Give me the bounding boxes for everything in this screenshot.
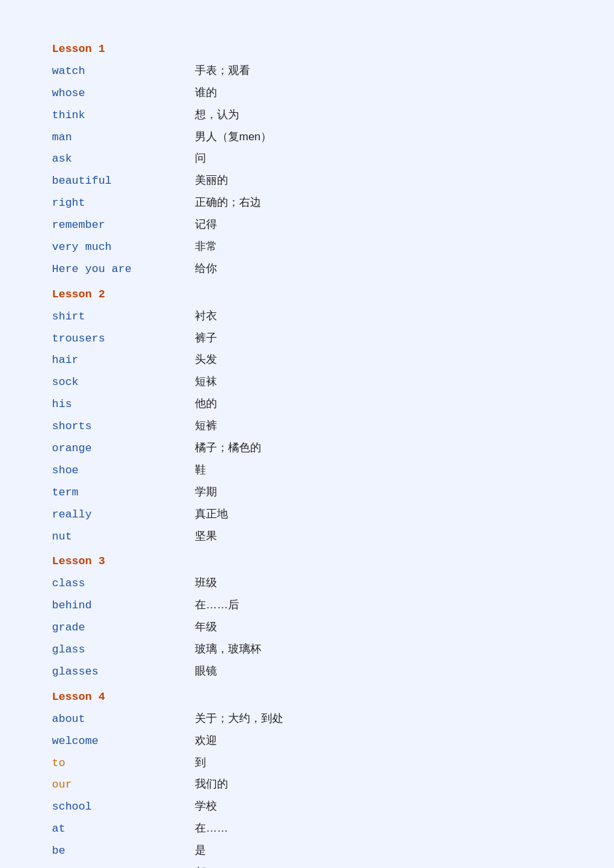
lesson-header-row: Lesson 4 — [52, 687, 562, 708]
english-word: think — [52, 106, 195, 125]
vocab-row: class班级 — [52, 573, 562, 595]
chinese-translation: 非常 — [195, 238, 217, 256]
vocab-row: watch手表；观看 — [52, 60, 562, 82]
chinese-translation: 谁的 — [195, 84, 217, 103]
chinese-translation: 给你 — [195, 260, 217, 279]
chinese-translation: 问 — [195, 149, 206, 168]
chinese-translation: 衬衣 — [195, 307, 217, 326]
english-word: be — [52, 842, 195, 861]
chinese-translation: 记得 — [195, 216, 217, 234]
chinese-translation: 我们的 — [195, 775, 228, 794]
english-word: glass — [52, 641, 195, 660]
chinese-translation: 到 — [195, 754, 206, 773]
vocab-row: sock短袜 — [52, 371, 562, 393]
vocab-row: man男人（复men） — [52, 127, 562, 149]
chinese-translation: 想，认为 — [195, 106, 239, 125]
vocab-row: our我们的 — [52, 774, 562, 796]
vocab-row: welcome欢迎 — [52, 730, 562, 752]
chinese-translation: 关于；大约，到处 — [195, 710, 283, 728]
english-word: about — [52, 710, 195, 729]
english-word: trousers — [52, 330, 195, 349]
english-word: grade — [52, 619, 195, 638]
vocab-row: trousers裤子 — [52, 328, 562, 350]
chinese-translation: 男人（复men） — [195, 128, 272, 147]
chinese-translation: 正确的；右边 — [195, 193, 261, 212]
vocab-row: really真正地 — [52, 504, 562, 526]
chinese-translation: 欢迎 — [195, 732, 217, 750]
english-word: term — [52, 484, 195, 502]
chinese-translation: 班级 — [195, 574, 217, 593]
chinese-translation: 玻璃，玻璃杯 — [195, 640, 261, 659]
english-word: Lesson 2 — [52, 286, 195, 304]
english-word: beautiful — [52, 172, 195, 191]
chinese-translation: 鞋 — [195, 461, 206, 480]
vocab-row: right正确的；右边 — [52, 192, 562, 214]
chinese-translation: 裤子 — [195, 329, 217, 348]
english-word: really — [52, 506, 195, 525]
english-word: whose — [52, 84, 195, 103]
chinese-translation: 手表；观看 — [195, 62, 250, 81]
vocab-row: shirt衬衣 — [52, 306, 562, 328]
english-word: man — [52, 129, 195, 147]
vocab-row: glasses眼镜 — [52, 661, 562, 683]
vocab-row: Here you are给你 — [52, 258, 562, 280]
english-word: watch — [52, 62, 195, 81]
vocab-row: school学校 — [52, 796, 562, 818]
english-word: behind — [52, 597, 195, 615]
english-word: to — [52, 754, 195, 773]
chinese-translation: 在…… — [195, 819, 228, 838]
chinese-translation: 真正地 — [195, 505, 228, 524]
english-word: school — [52, 798, 195, 817]
vocab-table: Lesson 1watch手表；观看whose谁的think想，认为man男人（… — [52, 39, 562, 868]
vocab-row: very much非常 — [52, 236, 562, 258]
chinese-translation: 年级 — [195, 618, 217, 637]
vocab-row: grade年级 — [52, 617, 562, 639]
english-word: our — [52, 776, 195, 795]
english-word: remember — [52, 216, 195, 235]
english-word: his — [52, 395, 195, 414]
english-word: Here you are — [52, 260, 195, 279]
vocab-row: to到 — [52, 752, 562, 775]
chinese-translation: 短袜 — [195, 373, 217, 391]
vocab-row: remember记得 — [52, 214, 562, 236]
chinese-translation: 眼镜 — [195, 662, 217, 681]
english-word: welcome — [52, 732, 195, 751]
vocab-row: term学期 — [52, 482, 562, 504]
english-word: hair — [52, 351, 195, 370]
chinese-translation: 坚果 — [195, 527, 217, 546]
chinese-translation: 头发 — [195, 351, 217, 369]
lesson-header-row: Lesson 1 — [52, 39, 562, 60]
lesson-header-row: Lesson 3 — [52, 551, 562, 573]
vocab-row: his他的 — [52, 393, 562, 415]
english-word: right — [52, 194, 195, 213]
english-word: shirt — [52, 308, 195, 327]
chinese-translation: 美丽的 — [195, 171, 228, 190]
english-word: all — [52, 864, 195, 868]
chinese-translation: 学期 — [195, 483, 217, 502]
vocab-row: behind在……后 — [52, 595, 562, 617]
english-word: at — [52, 820, 195, 839]
english-word: shorts — [52, 417, 195, 436]
english-word: orange — [52, 440, 195, 458]
english-word: Lesson 3 — [52, 552, 195, 571]
english-word: glasses — [52, 663, 195, 682]
vocab-row: shorts短裤 — [52, 415, 562, 438]
vocab-row: at在…… — [52, 818, 562, 840]
chinese-translation: 短裤 — [195, 417, 217, 436]
english-word: nut — [52, 528, 195, 547]
vocab-row: about关于；大约，到处 — [52, 708, 562, 730]
vocab-row: think想，认为 — [52, 105, 562, 127]
vocab-row: nut坚果 — [52, 526, 562, 548]
english-word: sock — [52, 373, 195, 392]
lesson-header-row: Lesson 2 — [52, 284, 562, 306]
vocab-row: glass玻璃，玻璃杯 — [52, 639, 562, 661]
vocab-row: be是 — [52, 840, 562, 862]
vocab-row: orange橘子；橘色的 — [52, 438, 562, 460]
vocab-row: ask问 — [52, 148, 562, 170]
chinese-translation: 在……后 — [195, 596, 239, 615]
vocab-row: all都 — [52, 862, 562, 868]
vocab-row: hair头发 — [52, 349, 562, 371]
chinese-translation: 学校 — [195, 797, 217, 816]
vocab-row: whose谁的 — [52, 82, 562, 105]
vocab-row: shoe鞋 — [52, 460, 562, 482]
